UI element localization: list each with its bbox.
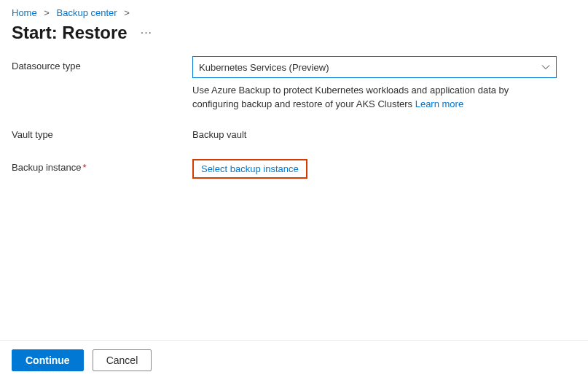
breadcrumb-backup-center[interactable]: Backup center — [57, 7, 117, 18]
datasource-type-select[interactable]: Kubernetes Services (Preview) — [192, 56, 557, 78]
page-title: Start: Restore — [12, 23, 128, 43]
breadcrumb: Home > Backup center > — [0, 0, 588, 21]
vault-type-row: Vault type Backup vault — [12, 125, 576, 140]
required-indicator: * — [82, 162, 86, 173]
chevron-right-icon: > — [124, 7, 130, 18]
form-area: Datasource type Kubernetes Services (Pre… — [0, 56, 588, 179]
backup-instance-label: Backup instance* — [12, 158, 192, 173]
vault-type-value: Backup vault — [192, 125, 557, 140]
datasource-type-label: Datasource type — [12, 56, 192, 71]
page-header: Start: Restore ··· — [0, 21, 588, 56]
chevron-right-icon: > — [44, 7, 50, 18]
chevron-down-icon — [541, 63, 550, 71]
datasource-help-text: Use Azure Backup to protect Kubernetes w… — [192, 84, 557, 112]
cancel-button[interactable]: Cancel — [93, 349, 152, 371]
breadcrumb-home[interactable]: Home — [12, 7, 37, 18]
footer: Continue Cancel — [0, 340, 588, 380]
more-icon[interactable]: ··· — [141, 26, 152, 39]
backup-instance-row: Backup instance* Select backup instance — [12, 158, 576, 179]
select-backup-instance-link[interactable]: Select backup instance — [201, 163, 299, 174]
datasource-type-value: Kubernetes Services (Preview) — [199, 62, 329, 73]
datasource-type-row: Datasource type Kubernetes Services (Pre… — [12, 56, 576, 112]
learn-more-link[interactable]: Learn more — [415, 98, 463, 109]
select-backup-instance-highlight: Select backup instance — [192, 159, 307, 179]
vault-type-label: Vault type — [12, 125, 192, 140]
continue-button[interactable]: Continue — [12, 349, 84, 371]
